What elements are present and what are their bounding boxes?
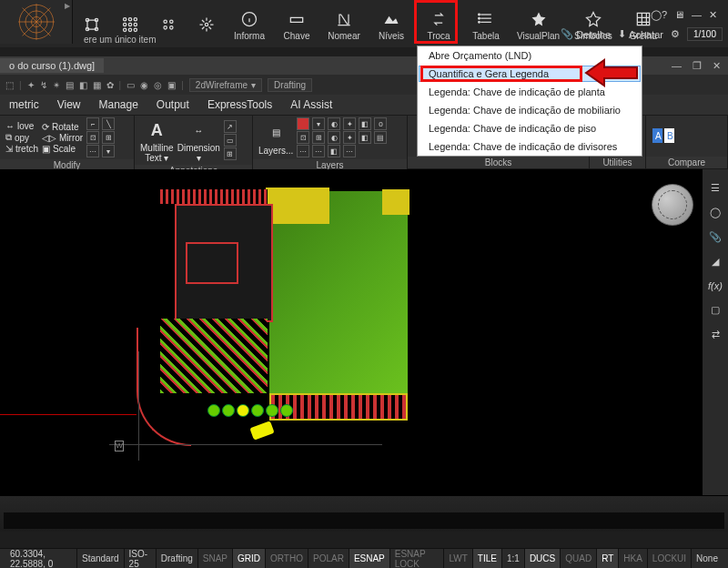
status-standard[interactable]: Standard <box>76 549 124 568</box>
mode-dropdown[interactable]: Drafting <box>268 78 312 92</box>
tool-icon[interactable]: ◉ <box>140 80 148 90</box>
doc-restore-icon[interactable]: ❐ <box>693 60 702 72</box>
status-locku[interactable]: LOCKUI <box>647 549 691 568</box>
tooltip-text: ere um único item <box>84 35 156 45</box>
settings-icon[interactable]: ⚙ <box>671 28 680 40</box>
menu-metric[interactable]: metric <box>9 98 39 111</box>
scale-button[interactable]: ▣ Scale <box>42 144 83 154</box>
status-rt[interactable]: RT <box>596 549 618 568</box>
document-tab[interactable]: o do curso (1).dwg] <box>0 58 104 73</box>
doc-minimize-icon[interactable]: — <box>672 60 682 72</box>
icon-explode[interactable] <box>187 0 226 47</box>
right-toolbar: ☰ ◯ 📎 ◢ f(x) ▢ ⇄ <box>703 169 728 532</box>
floor-plan <box>153 182 408 437</box>
informa-button[interactable]: Informa <box>226 0 273 47</box>
stretch-label: tretch <box>15 144 38 154</box>
svg-point-11 <box>124 18 126 21</box>
tool-icon[interactable]: ✿ <box>106 80 114 90</box>
doc-close-icon[interactable]: ✕ <box>713 60 721 72</box>
swap-icon[interactable]: ⇄ <box>712 329 720 340</box>
status-drafting[interactable]: Drafting <box>156 549 197 568</box>
status-grid[interactable]: GRID <box>232 549 265 568</box>
copy-label: opy <box>15 133 29 143</box>
tool-icon[interactable]: ✴ <box>53 80 60 90</box>
status-lock[interactable]: ESNAP LOCK <box>389 549 444 568</box>
tool-icon[interactable]: ▤ <box>66 80 74 90</box>
menu-view[interactable]: View <box>57 98 81 111</box>
fx-icon[interactable]: f(x) <box>708 280 723 291</box>
svg-point-19 <box>134 28 136 31</box>
tool-icon[interactable]: ▣ <box>167 80 176 90</box>
layers-button[interactable]: ▤Layers... <box>258 120 293 156</box>
menu-manage[interactable]: Manage <box>98 98 137 111</box>
menu-aiassist[interactable]: AI Assist <box>290 98 332 111</box>
rotate-button[interactable]: ⟳ Rotate <box>42 122 83 132</box>
menu-item-orcamento[interactable]: Abre Orçamento (LND) <box>418 46 642 65</box>
svg-point-22 <box>164 26 167 29</box>
tool-icon[interactable]: ✦ <box>27 80 35 90</box>
drawing-canvas[interactable]: W <box>0 169 703 495</box>
detalhe-button[interactable]: 📎Detalhe <box>561 28 611 40</box>
menu-item-legenda-divisores[interactable]: Legenda: Chave de indicação de divisores <box>418 137 642 156</box>
tool-icon[interactable]: ↯ <box>40 80 47 90</box>
tool-icon[interactable]: ◧ <box>79 80 87 90</box>
ml-label: Multiline <box>140 143 174 153</box>
menu-item-quantifica[interactable]: Quantifica e Gera Legenda <box>419 66 641 82</box>
tabela-button[interactable]: Tabela <box>462 0 510 47</box>
menu-expresstools[interactable]: ExpressTools <box>207 98 272 111</box>
box-icon[interactable]: ▢ <box>711 304 720 316</box>
copy-button[interactable]: ⧉ opy <box>5 132 38 143</box>
sliders-icon[interactable]: ☰ <box>711 182 720 194</box>
achatar-label: Achatar <box>629 29 663 40</box>
circle-icon[interactable]: ◯ <box>710 207 721 218</box>
tool-icon[interactable]: ▭ <box>126 80 135 90</box>
status-ratio[interactable]: 1:1 <box>501 549 524 568</box>
nomear-button[interactable]: Nomear <box>320 0 368 47</box>
close-icon[interactable]: ✕ <box>709 9 717 21</box>
command-bar[interactable] <box>0 495 728 532</box>
menu-item-legenda-planta[interactable]: Legenda: Chave de indicação de planta <box>418 83 642 101</box>
mirror-button[interactable]: ◁▷ Mirror <box>42 133 83 143</box>
visual-style-dropdown[interactable]: 2dWireframe▾ <box>189 78 262 92</box>
status-quad[interactable]: QUAD <box>560 549 596 568</box>
clip-icon[interactable]: 📎 <box>709 231 722 243</box>
niveis-label: Níveis <box>379 31 404 41</box>
help-icon[interactable]: ◯? <box>651 9 667 21</box>
layer-icon[interactable]: ⬚ <box>5 80 14 90</box>
status-coords: 60.3304, 22.5888, 0 <box>5 549 76 568</box>
status-tile[interactable]: TILE <box>472 549 501 568</box>
menu-item-legenda-piso[interactable]: Legenda: Chave de indicação de piso <box>418 119 642 137</box>
tool-icon[interactable]: ◎ <box>154 80 162 90</box>
achatar-button[interactable]: ⬇Achatar <box>618 28 663 40</box>
informa-label: Informa <box>234 31 265 41</box>
tool-icon[interactable]: ▦ <box>93 80 101 90</box>
status-snap[interactable]: SNAP <box>197 549 232 568</box>
status-hka[interactable]: HKA <box>618 549 647 568</box>
hatch-icon[interactable]: ◢ <box>712 256 719 268</box>
dimension-button[interactable]: ↔Dimension▾ <box>177 117 220 163</box>
status-polar[interactable]: POLAR <box>308 549 349 568</box>
status-ortho[interactable]: ORTHO <box>265 549 308 568</box>
multiline-text-button[interactable]: AMultilineText ▾ <box>140 117 174 163</box>
menu-output[interactable]: Output <box>157 98 189 111</box>
menu-item-legenda-mobiliario[interactable]: Legenda: Chave de indicação de mobiliari… <box>418 101 642 119</box>
svg-point-21 <box>170 20 173 23</box>
monitor-icon[interactable]: 🖥 <box>674 9 684 20</box>
svg-point-14 <box>124 23 126 25</box>
minimize-icon[interactable]: — <box>692 9 702 20</box>
compare-button[interactable]: AB <box>652 124 675 149</box>
troca-button[interactable]: Troca <box>415 0 462 47</box>
move-button[interactable]: ↔ love <box>5 121 38 131</box>
scale-field[interactable]: 1/100 <box>687 27 723 41</box>
chave-button[interactable]: Chave <box>273 0 320 47</box>
view-compass[interactable] <box>652 184 693 226</box>
status-none[interactable]: None <box>691 549 723 568</box>
status-lwt[interactable]: LWT <box>443 549 471 568</box>
status-esnap[interactable]: ESNAP <box>349 549 389 568</box>
visualplan-button[interactable]: VisualPlan <box>510 0 567 47</box>
status-ducs[interactable]: DUCS <box>524 549 560 568</box>
status-iso[interactable]: ISO-25 <box>124 549 156 568</box>
stretch-button[interactable]: ⇲ tretch <box>5 144 38 154</box>
app-logo[interactable]: ▶ <box>0 0 73 44</box>
niveis-button[interactable]: Níveis <box>368 0 415 47</box>
